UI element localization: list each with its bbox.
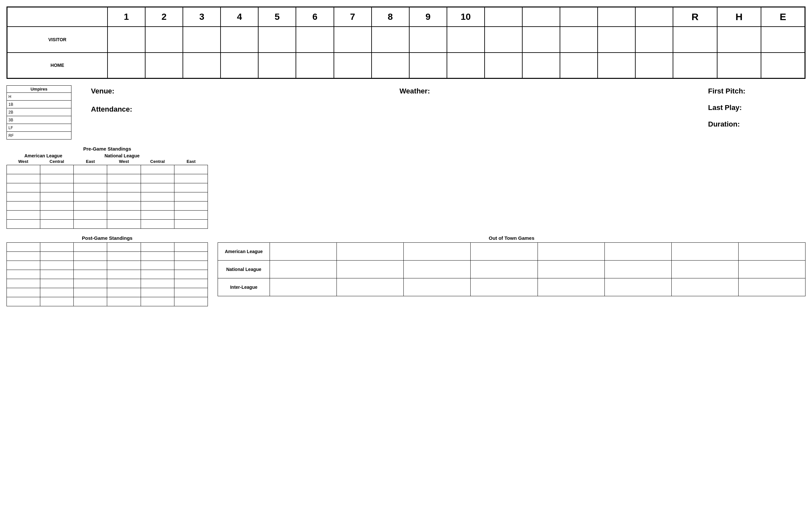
post-standings-cell-r1-c1 [40,252,74,261]
post-standings-cell-r4-c5 [174,279,207,288]
post-standings-cell-r6-c2 [74,297,107,306]
pre-standings-cell-r6-c5 [174,220,207,229]
visitor-e [761,27,805,52]
info-section: Umpires H 1B 2B 3B LF RF Venue: Attendan… [6,85,806,139]
inning-6-header: 6 [296,7,334,27]
out-cell-r2-c5 [605,279,671,296]
visitor-r [673,27,717,52]
extra-2-header [522,7,560,27]
pre-standings-cell-r0-c3 [107,165,141,174]
duration-label: Duration: [708,120,806,129]
post-standings-cell-r6-c1 [40,297,74,306]
post-standings-cell-r1-c3 [107,252,141,261]
scoreboard-team-header [7,7,108,27]
extra-1-header [484,7,522,27]
out-cell-r0-c2 [404,243,470,260]
home-inn-5 [258,52,296,78]
visitor-inn-3 [183,27,220,52]
post-standings-cell-r3-c5 [174,270,207,279]
pre-standings-cell-r3-c2 [74,192,107,201]
out-row-label-1: National League [218,260,270,279]
division-headers: West Central East West Central East [6,159,208,164]
pre-standings-cell-r5-c4 [141,211,174,220]
post-standings: Post-Game Standings [6,235,208,306]
pre-standings-cell-r4-c5 [174,201,207,211]
middle-game-info: Venue: Attendance: [78,85,393,114]
visitor-extra-3 [560,27,598,52]
home-inn-1 [107,52,145,78]
visitor-inn-4 [220,27,258,52]
div-east-nl: East [174,159,208,164]
post-standings-cell-r2-c3 [107,261,141,270]
inning-10-header: 10 [447,7,484,27]
pre-standings-cell-r5-c2 [74,211,107,220]
pre-standings-cell-r3-c5 [174,192,207,201]
pre-standings-cell-r5-c3 [107,211,141,220]
div-west-nl: West [107,159,141,164]
umpire-h: H [7,93,71,101]
out-cell-r1-c5 [605,260,671,279]
out-cell-r0-c6 [671,243,738,260]
visitor-inn-8 [372,27,409,52]
pre-standings-cell-r0-c4 [141,165,174,174]
extra-4-header [598,7,635,27]
inning-9-header: 9 [409,7,447,27]
visitor-inn-10 [447,27,484,52]
inning-1-header: 1 [107,7,145,27]
out-cell-r0-c1 [337,243,404,260]
out-cell-r1-c0 [270,260,337,279]
post-standings-cell-r5-c0 [7,288,40,297]
umpire-1b: 1B [7,101,71,108]
post-standings-title: Post-Game Standings [6,235,208,241]
out-cell-r2-c3 [470,279,538,296]
post-standings-cell-r5-c5 [174,288,207,297]
visitor-inn-5 [258,27,296,52]
post-standings-table [6,242,208,306]
pre-standings-cell-r5-c0 [7,211,40,220]
home-inn-4 [220,52,258,78]
umpires-table: Umpires H 1B 2B 3B LF RF [6,85,71,139]
pre-standings: Pre-Game Standings American League Natio… [6,146,208,229]
home-h [717,52,761,78]
pre-standings-cell-r5-c1 [40,211,74,220]
home-inn-7 [334,52,372,78]
post-standings-cell-r0-c1 [40,243,74,252]
pre-standings-cell-r2-c0 [7,183,40,192]
out-cell-r1-c7 [738,260,805,279]
out-cell-r0-c3 [470,243,538,260]
out-of-town-table: American LeagueNational LeagueInter-Leag… [218,242,806,296]
out-cell-r2-c2 [404,279,470,296]
pre-standings-cell-r4-c3 [107,201,141,211]
pre-standings-cell-r2-c4 [141,183,174,192]
pre-standings-cell-r0-c1 [40,165,74,174]
pre-standings-cell-r3-c0 [7,192,40,201]
scoreboard: 1 2 3 4 5 6 7 8 9 10 R H E VISITOR [6,6,806,79]
post-standings-cell-r4-c4 [141,279,174,288]
home-inn-9 [409,52,447,78]
post-standings-cell-r6-c3 [107,297,141,306]
out-cell-r1-c3 [470,260,538,279]
inning-7-header: 7 [334,7,372,27]
post-standings-cell-r4-c0 [7,279,40,288]
post-standings-cell-r3-c4 [141,270,174,279]
post-standings-cell-r3-c0 [7,270,40,279]
out-cell-r2-c1 [337,279,404,296]
out-cell-r2-c0 [270,279,337,296]
pre-standings-cell-r1-c4 [141,174,174,183]
post-standings-cell-r2-c4 [141,261,174,270]
post-standings-cell-r6-c4 [141,297,174,306]
home-label: HOME [7,52,108,78]
pre-standings-cell-r1-c1 [40,174,74,183]
post-standings-cell-r1-c0 [7,252,40,261]
pre-standings-cell-r4-c0 [7,201,40,211]
out-of-town: Out of Town Games American LeagueNationa… [218,235,806,296]
pre-standings-cell-r4-c1 [40,201,74,211]
div-west-al: West [6,159,40,164]
inning-2-header: 2 [145,7,183,27]
visitor-inn-7 [334,27,372,52]
league-headers: American League National League [6,153,208,158]
nl-header: National League [105,153,140,158]
post-standings-cell-r1-c2 [74,252,107,261]
pre-standings-cell-r2-c2 [74,183,107,192]
post-standings-cell-r4-c3 [107,279,141,288]
